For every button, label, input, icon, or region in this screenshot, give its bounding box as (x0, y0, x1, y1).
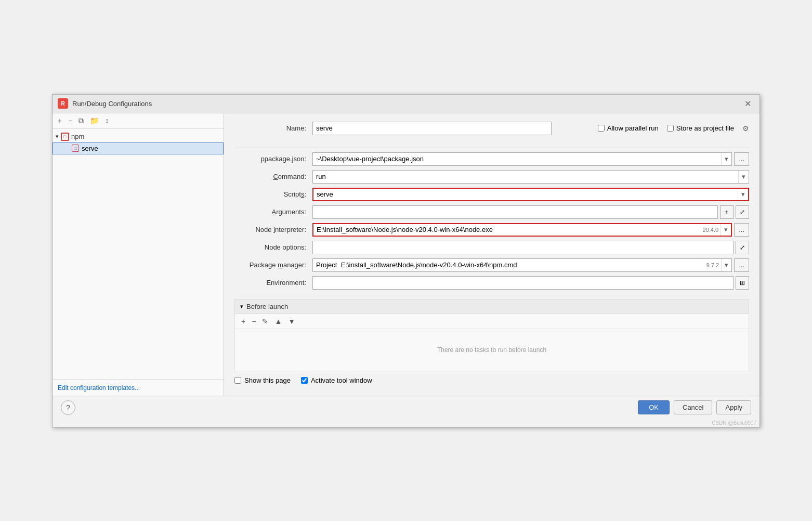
arguments-controls: + ⤢ (312, 205, 749, 219)
before-launch-up-button[interactable]: ▲ (272, 316, 284, 327)
command-controls: ▾ (312, 170, 749, 184)
environment-wrapper (312, 276, 734, 290)
left-panel: + − ⧉ 📁 ↕ ▾ □ npm □ serve Edit configura… (53, 113, 224, 396)
scripts-input[interactable] (313, 189, 738, 199)
dialog-title: Run/Debug Configurations (72, 100, 152, 108)
cancel-button[interactable]: Cancel (674, 400, 712, 414)
scripts-select[interactable]: ▾ (312, 188, 749, 201)
package-manager-browse-button[interactable]: ... (734, 258, 749, 272)
dialog-body: + − ⧉ 📁 ↕ ▾ □ npm □ serve Edit configura… (53, 113, 759, 396)
before-launch-remove-button[interactable]: − (250, 316, 258, 327)
tree-group-npm[interactable]: ▾ □ npm (53, 131, 224, 142)
node-interpreter-controls: 20.4.0 ▾ ... (312, 223, 749, 237)
separator-1 (234, 148, 749, 148)
before-launch-add-button[interactable]: + (239, 316, 247, 327)
gear-icon[interactable]: ⚙ (742, 124, 749, 133)
edit-templates-link[interactable]: Edit configuration templates... (58, 384, 140, 392)
name-input[interactable] (312, 122, 552, 135)
run-debug-dialog: R Run/Debug Configurations ✕ + − ⧉ 📁 ↕ ▾… (52, 94, 760, 427)
package-manager-select[interactable]: 9.7.2 ▾ (312, 258, 732, 272)
allow-parallel-label: Allow parallel run (607, 124, 659, 132)
arguments-input-wrapper (312, 205, 718, 219)
store-project-label: Store as project file (676, 124, 734, 132)
before-launch-edit-button[interactable]: ✎ (260, 316, 270, 327)
package-json-input[interactable] (313, 154, 721, 164)
app-icon: R (58, 98, 68, 109)
tree-item-serve[interactable]: □ serve (53, 142, 224, 154)
activate-window-label: Activate tool window (311, 376, 372, 384)
environment-expand-button[interactable]: ⊞ (736, 276, 749, 290)
help-button[interactable]: ? (61, 400, 75, 415)
allow-parallel-checkbox[interactable] (598, 125, 605, 132)
left-bottom: Edit configuration templates... (53, 379, 224, 396)
serve-item-icon: □ (72, 145, 79, 152)
package-manager-input[interactable] (313, 260, 704, 270)
before-launch-title: Before launch (246, 303, 288, 310)
arguments-input[interactable] (313, 207, 717, 217)
package-manager-arrow[interactable]: ▾ (721, 259, 731, 271)
environment-input[interactable] (313, 278, 733, 288)
activate-window-checkbox[interactable] (301, 377, 308, 384)
activate-window-checkbox-item: Activate tool window (301, 376, 372, 384)
remove-config-button[interactable]: − (66, 115, 74, 126)
scripts-arrow[interactable]: ▾ (738, 189, 748, 200)
store-project-checkbox[interactable] (667, 125, 674, 132)
node-interpreter-input[interactable] (313, 225, 701, 235)
command-arrow[interactable]: ▾ (738, 171, 749, 183)
show-page-checkbox[interactable] (234, 377, 241, 384)
show-page-checkbox-item: Show this page (234, 376, 291, 384)
command-select[interactable]: ▾ (312, 170, 749, 184)
before-launch-chevron-icon[interactable]: ▾ (240, 303, 243, 310)
before-launch-down-button[interactable]: ▼ (286, 316, 297, 327)
npm-group-label: npm (71, 133, 84, 140)
package-manager-label: Package manager: (234, 261, 312, 269)
name-label: Name: (234, 124, 312, 132)
scripts-label: Scripts: (234, 190, 312, 198)
copy-config-button[interactable]: ⧉ (76, 115, 86, 126)
before-launch-header: ▾ Before launch (235, 299, 749, 314)
checkbox-area: Allow parallel run Store as project file… (598, 124, 749, 133)
node-interpreter-select[interactable]: 20.4.0 ▾ (312, 223, 732, 237)
command-label: Command: (234, 173, 312, 180)
chevron-down-icon: ▾ (56, 133, 59, 140)
right-panel: Name: Allow parallel run Store as projec… (224, 113, 759, 396)
arguments-expand-button[interactable]: ⤢ (736, 205, 749, 219)
environment-label: Environment: (234, 279, 312, 286)
watermark: CSDN @Buliu0907 (53, 419, 759, 427)
arguments-row: Arguments: + ⤢ (234, 205, 749, 219)
bottom-options: Show this page Activate tool window (234, 371, 749, 387)
apply-button[interactable]: Apply (716, 400, 751, 414)
command-input[interactable] (313, 172, 738, 181)
allow-parallel-checkbox-item: Allow parallel run (598, 124, 659, 132)
serve-item-label: serve (82, 145, 98, 152)
package-manager-controls: 9.7.2 ▾ ... (312, 258, 749, 272)
name-controls: Allow parallel run Store as project file… (312, 122, 749, 135)
left-toolbar: + − ⧉ 📁 ↕ (53, 113, 224, 129)
package-json-browse-button[interactable]: ... (734, 152, 749, 166)
close-button[interactable]: ✕ (741, 98, 754, 110)
node-interpreter-label: Node interpreter: (234, 226, 312, 233)
arguments-label: Arguments: (234, 208, 312, 216)
package-json-label: ppackage.json: (234, 155, 312, 163)
scripts-row: Scripts: ▾ (234, 188, 749, 201)
package-json-arrow[interactable]: ▾ (721, 153, 731, 165)
node-interpreter-browse-button[interactable]: ... (734, 223, 749, 237)
node-options-row: Node options: ⤢ (234, 241, 749, 254)
node-options-expand-button[interactable]: ⤢ (736, 241, 749, 254)
sort-config-button[interactable]: ↕ (103, 115, 111, 126)
node-options-input[interactable] (313, 242, 733, 252)
store-project-checkbox-item: Store as project file (667, 124, 734, 132)
node-interpreter-arrow[interactable]: ▾ (721, 224, 731, 236)
node-interpreter-row: Node interpreter: 20.4.0 ▾ ... (234, 223, 749, 237)
ok-button[interactable]: OK (638, 400, 670, 414)
node-options-wrapper (312, 241, 734, 254)
add-config-button[interactable]: + (56, 115, 64, 126)
package-manager-row: Package manager: 9.7.2 ▾ ... (234, 258, 749, 272)
before-launch-section: ▾ Before launch + − ✎ ▲ ▼ There are no t… (234, 299, 749, 371)
package-json-select[interactable]: ▾ (312, 152, 732, 166)
folder-config-button[interactable]: 📁 (88, 115, 101, 126)
before-launch-content: There are no tasks to run before launch (235, 329, 749, 371)
before-launch-toolbar: + − ✎ ▲ ▼ (235, 314, 749, 329)
scripts-controls: ▾ (312, 188, 749, 201)
arguments-add-button[interactable]: + (720, 205, 734, 219)
